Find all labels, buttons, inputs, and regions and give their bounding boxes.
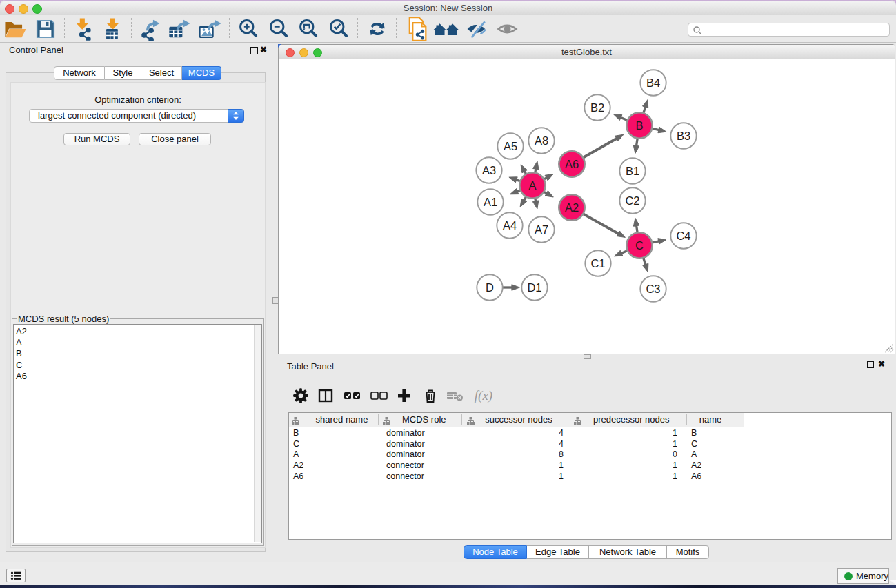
svg-text:C1: C1	[590, 256, 605, 269]
svg-text:B2: B2	[590, 101, 604, 113]
svg-text:A6: A6	[564, 157, 578, 170]
svg-text:A5: A5	[503, 139, 517, 152]
svg-text:B4: B4	[646, 76, 659, 88]
svg-text:D: D	[486, 281, 494, 293]
svg-text:C3: C3	[646, 282, 660, 294]
svg-text:A7: A7	[534, 223, 548, 235]
svg-text:B: B	[635, 119, 643, 131]
svg-text:A8: A8	[534, 134, 548, 146]
svg-text:B3: B3	[676, 129, 690, 141]
svg-text:C4: C4	[676, 229, 690, 241]
svg-text:B1: B1	[625, 164, 639, 176]
svg-text:D1: D1	[527, 281, 541, 293]
svg-text:A1: A1	[483, 195, 497, 207]
svg-text:A3: A3	[481, 163, 495, 176]
svg-text:C2: C2	[625, 194, 639, 206]
svg-text:C: C	[635, 239, 644, 251]
svg-text:A: A	[528, 179, 536, 191]
svg-text:A4: A4	[502, 219, 516, 231]
svg-text:A2: A2	[564, 201, 578, 213]
